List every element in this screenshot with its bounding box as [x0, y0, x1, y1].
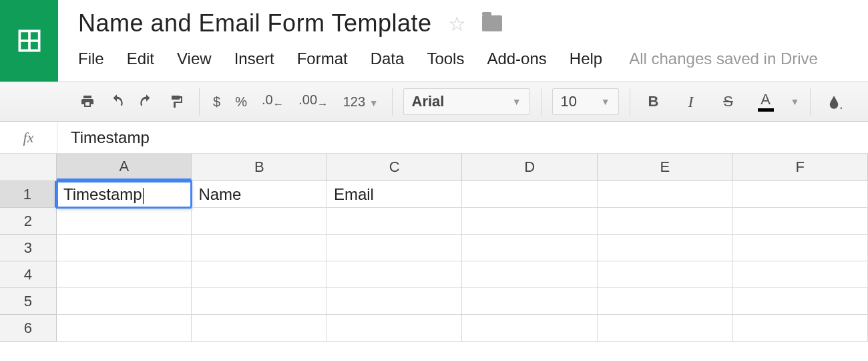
col-header-E[interactable]: E — [598, 154, 733, 180]
paint-format-icon[interactable] — [163, 89, 188, 114]
cell-C1[interactable]: Email — [327, 181, 463, 208]
col-header-A[interactable]: A — [57, 154, 192, 180]
menu-data[interactable]: Data — [371, 49, 405, 68]
row-header-3[interactable]: 3 — [0, 235, 57, 261]
cell-B2[interactable] — [192, 208, 327, 235]
cell-A4[interactable] — [57, 261, 192, 288]
print-icon[interactable] — [75, 89, 100, 114]
text-color-button[interactable]: A — [753, 89, 779, 114]
formula-bar: fx Timestamp — [0, 122, 868, 154]
cell-F4[interactable] — [733, 261, 868, 288]
menubar: File Edit View Insert Format Data Tools … — [78, 49, 868, 68]
cell-B3[interactable] — [192, 235, 327, 261]
bold-button[interactable]: B — [641, 89, 666, 114]
toolbar: $ % .0← .00→ 123 ▼ Arial ▼ 10 ▼ B I S A … — [0, 82, 868, 122]
fx-icon[interactable]: fx — [0, 122, 57, 153]
cell-F6[interactable] — [733, 315, 868, 342]
divider — [810, 88, 811, 116]
percent-button[interactable]: % — [232, 94, 250, 110]
font-family-select[interactable]: Arial ▼ — [403, 88, 530, 115]
cell-E5[interactable] — [598, 288, 733, 315]
cell-D2[interactable] — [462, 208, 598, 235]
cell-A6[interactable] — [57, 315, 192, 342]
cell-F2[interactable] — [733, 208, 868, 235]
divider — [199, 88, 200, 116]
cell-C4[interactable] — [327, 261, 463, 288]
cell-E4[interactable] — [598, 261, 733, 288]
chevron-down-icon[interactable]: ▼ — [791, 96, 800, 107]
cell-D4[interactable] — [462, 261, 598, 288]
menu-format[interactable]: Format — [297, 49, 348, 68]
cell-C5[interactable] — [327, 288, 463, 315]
cell-F3[interactable] — [733, 235, 868, 261]
decrease-decimal-button[interactable]: .0← — [259, 92, 286, 111]
row-header-1[interactable]: 1 — [0, 181, 57, 208]
cell-B4[interactable] — [192, 261, 327, 288]
col-header-D[interactable]: D — [462, 154, 598, 180]
cell-F1[interactable] — [732, 181, 868, 208]
font-size-select[interactable]: 10 ▼ — [552, 88, 619, 115]
cell-A2[interactable] — [57, 208, 192, 235]
cell-C6[interactable] — [327, 315, 463, 342]
doc-title[interactable]: Name and Email Form Template — [78, 9, 432, 37]
select-all-corner[interactable] — [0, 154, 57, 180]
italic-button[interactable]: I — [678, 89, 704, 114]
divider — [630, 88, 630, 116]
more-formats-button[interactable]: 123 ▼ — [341, 94, 381, 110]
strikethrough-button[interactable]: S — [716, 89, 741, 114]
col-header-B[interactable]: B — [192, 154, 327, 180]
menu-help[interactable]: Help — [570, 49, 602, 68]
currency-button[interactable]: $ — [210, 94, 223, 110]
cell-A1[interactable]: Timestamp — [57, 181, 192, 208]
divider — [392, 88, 393, 116]
cell-D3[interactable] — [462, 235, 598, 261]
cell-C2[interactable] — [327, 208, 463, 235]
star-icon[interactable]: ☆ — [448, 12, 466, 35]
redo-icon[interactable] — [134, 89, 159, 114]
menu-view[interactable]: View — [177, 49, 212, 68]
cell-A5[interactable] — [57, 288, 192, 315]
menu-file[interactable]: File — [78, 49, 104, 68]
menu-tools[interactable]: Tools — [427, 49, 464, 68]
cell-D5[interactable] — [462, 288, 598, 315]
cell-E6[interactable] — [598, 315, 733, 342]
folder-icon[interactable] — [482, 15, 502, 31]
fill-color-button[interactable] — [821, 89, 847, 114]
chevron-down-icon: ▼ — [512, 96, 521, 107]
cell-D1[interactable] — [462, 181, 598, 208]
row-header-5[interactable]: 5 — [0, 288, 57, 315]
menu-edit[interactable]: Edit — [127, 49, 154, 68]
cell-C3[interactable] — [327, 235, 463, 261]
chevron-down-icon: ▼ — [601, 96, 610, 107]
row-header-6[interactable]: 6 — [0, 315, 57, 342]
cell-B6[interactable] — [192, 315, 327, 342]
cell-E1[interactable] — [598, 181, 733, 208]
cell-E3[interactable] — [598, 235, 733, 261]
divider — [541, 88, 541, 116]
text-cursor — [143, 188, 144, 204]
cell-B5[interactable] — [192, 288, 327, 315]
col-header-C[interactable]: C — [327, 154, 463, 180]
formula-bar-value[interactable]: Timestamp — [57, 128, 150, 147]
cell-A3[interactable] — [57, 235, 192, 261]
save-status: All changes saved in Drive — [629, 49, 818, 68]
row-header-2[interactable]: 2 — [0, 208, 57, 235]
menu-insert[interactable]: Insert — [234, 49, 274, 68]
menu-addons[interactable]: Add-ons — [487, 49, 546, 68]
sheets-logo[interactable] — [0, 0, 58, 82]
cell-F5[interactable] — [733, 288, 868, 315]
undo-icon[interactable] — [104, 89, 130, 114]
row-header-4[interactable]: 4 — [0, 261, 57, 288]
col-header-F[interactable]: F — [732, 154, 868, 180]
cell-B1[interactable]: Name — [192, 181, 327, 208]
cell-E2[interactable] — [598, 208, 733, 235]
increase-decimal-button[interactable]: .00→ — [296, 92, 331, 111]
cell-D6[interactable] — [462, 315, 598, 342]
spreadsheet: A B C D E F 1 Timestamp Name Email 2 3 4… — [0, 154, 868, 342]
